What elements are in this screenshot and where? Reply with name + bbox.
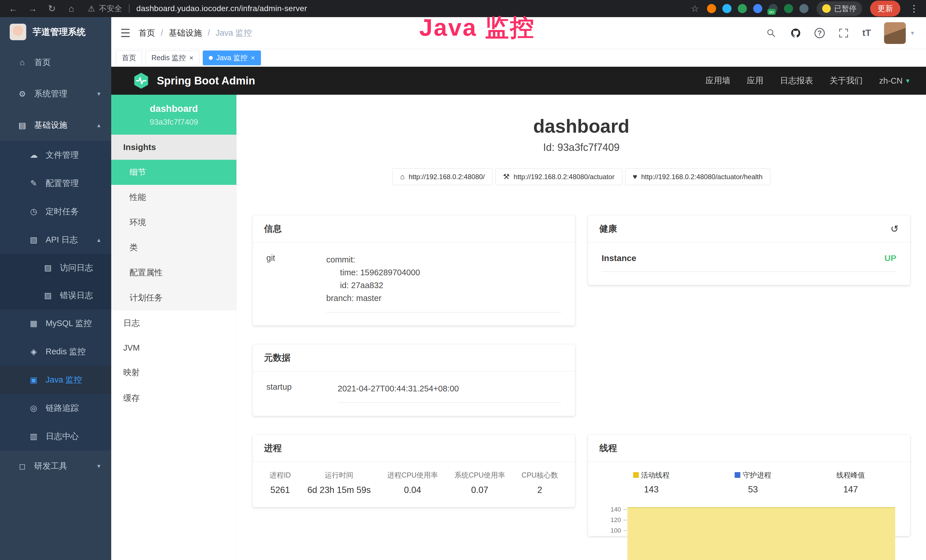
sba-nav-wallboard[interactable]: 应用墙: [705, 75, 730, 86]
sba-language-value: zh-CN: [879, 76, 903, 86]
app-logo-row[interactable]: 芋道管理系统: [0, 17, 111, 47]
cloud-icon: ☁: [29, 150, 39, 160]
active-tab-dot: [209, 56, 213, 60]
breadcrumb-item[interactable]: 首页: [139, 27, 155, 39]
close-icon[interactable]: ×: [189, 54, 194, 62]
sidebar-item-error-logs[interactable]: ▨ 错误日志: [0, 282, 111, 309]
extension-icon[interactable]: [707, 4, 716, 13]
sidebar-item-config-management[interactable]: ✎ 配置管理: [0, 169, 111, 197]
tab-java-monitor[interactable]: Java 监控 ×: [203, 50, 261, 65]
sidebar-item-scheduled-tasks[interactable]: ◷ 定时任务: [0, 197, 111, 226]
sidebar-item-java-monitor[interactable]: ▣ Java 监控: [0, 366, 111, 394]
sba-nav-about[interactable]: 关于我们: [830, 75, 863, 86]
sba-item-caches[interactable]: 缓存: [111, 385, 236, 411]
sidebar-fold-icon[interactable]: ☰: [120, 27, 131, 40]
extension-icon[interactable]: on: [769, 4, 778, 13]
app-logo: [10, 24, 26, 40]
breadcrumb-item[interactable]: 基础设施: [169, 27, 202, 39]
sba-item-scheduled-tasks[interactable]: 计划任务: [111, 285, 236, 310]
sba-item-environment[interactable]: 环境: [111, 210, 236, 235]
sba-item-mappings[interactable]: 映射: [111, 360, 236, 385]
sidebar-item-api-logs[interactable]: ▧ API 日志 ▴: [0, 226, 111, 254]
history-icon[interactable]: ↺: [891, 223, 899, 235]
sba-item-config-props[interactable]: 配置属性: [111, 260, 236, 285]
sidebar-item-access-logs[interactable]: ▨ 访问日志: [0, 254, 111, 282]
help-icon[interactable]: ?: [814, 28, 825, 38]
health-row-instance[interactable]: Instance UP: [602, 253, 897, 272]
sba-nav-journal[interactable]: 日志报表: [780, 75, 813, 86]
profile-paused-chip[interactable]: 已暂停: [817, 2, 862, 16]
page: ← → ↻ ⌂ ⚠ 不安全 dashboard.yudao.iocoder.cn…: [0, 0, 926, 560]
browser-home-icon[interactable]: ⌂: [66, 3, 77, 14]
metric-pid: 进程ID 5261: [269, 471, 291, 495]
chevron-up-icon: ▴: [97, 236, 100, 244]
sba-frame: Spring Boot Admin 应用墙 应用 日志报表 关于我们 zh-CN…: [111, 67, 926, 560]
chrome-update-button[interactable]: 更新: [870, 1, 900, 17]
metric-value: 5261: [269, 485, 291, 495]
sidebar-item-file-management[interactable]: ☁ 文件管理: [0, 141, 111, 169]
sidebar-item-system-management[interactable]: ⚙ 系统管理 ▾: [0, 78, 111, 109]
health-card: 健康 ↺ Instance UP: [588, 215, 910, 285]
sidebar-menu: ⌂ 首页 ⚙ 系统管理 ▾ ▤ 基础设施 ▴ ☁ 文件管理: [0, 47, 111, 482]
sidebar-item-label: 基础设施: [34, 120, 67, 131]
extension-icon[interactable]: [784, 4, 793, 13]
bookmark-star-icon[interactable]: ☆: [691, 3, 699, 14]
threads-card-title: 线程: [588, 435, 910, 462]
fullscreen-icon[interactable]: [838, 27, 849, 39]
back-icon[interactable]: ←: [8, 3, 19, 14]
browser-menu-icon[interactable]: ⋮: [909, 3, 918, 14]
refresh-icon[interactable]: ↻: [46, 3, 57, 14]
sidebar-item-label: 首页: [34, 57, 51, 68]
sidebar-item-link-tracing[interactable]: ◎ 链路追踪: [0, 394, 111, 422]
chart-plot-area: [627, 504, 898, 536]
close-icon[interactable]: ×: [251, 54, 255, 62]
font-size-icon[interactable]: tT: [862, 28, 871, 38]
tab-redis-monitor[interactable]: Redis 监控 ×: [145, 50, 199, 65]
extension-icon[interactable]: [753, 4, 762, 13]
profile-emoji-icon: [822, 4, 831, 13]
sidebar-item-label: Redis 监控: [45, 346, 86, 357]
extension-icon[interactable]: [738, 4, 747, 13]
sba-instance-header[interactable]: dashboard 93a3fc7f7409: [111, 95, 236, 135]
health-url-button[interactable]: ♥ http://192.168.0.2:48080/actuator/heal…: [625, 168, 770, 185]
sidebar-item-log-center[interactable]: ▥ 日志中心: [0, 422, 111, 451]
sba-item-classes[interactable]: 类: [111, 235, 236, 260]
forward-icon[interactable]: →: [27, 3, 38, 14]
actuator-url-button[interactable]: ⚒ http://192.168.0.2:48080/actuator: [495, 168, 622, 185]
metric-value: 2: [522, 485, 558, 495]
avatar[interactable]: [884, 22, 906, 44]
trace-icon: ◎: [29, 403, 39, 413]
metric-value: 6d 23h 15m 59s: [307, 485, 371, 495]
sba-item-details[interactable]: 细节: [111, 160, 236, 185]
instance-id-line: Id: 93a3fc7f7409: [253, 141, 910, 153]
legend-square-blue: [735, 472, 740, 478]
gear-icon: ⚙: [17, 89, 27, 99]
service-url-button[interactable]: ⌂ http://192.168.0.2:48080/: [392, 168, 493, 185]
sba-brand[interactable]: Spring Boot Admin: [133, 72, 255, 89]
sidebar-item-label: 文件管理: [45, 150, 79, 161]
address-bar[interactable]: dashboard.yudao.iocoder.cn/infra/admin-s…: [136, 4, 307, 13]
sba-language-select[interactable]: zh-CN ▾: [879, 76, 909, 86]
metric-label: 进程CPU使用率: [387, 471, 438, 480]
sidebar-item-dev-tools[interactable]: ◻ 研发工具 ▾: [0, 451, 111, 482]
sidebar-item-infrastructure[interactable]: ▤ 基础设施 ▴: [0, 109, 111, 141]
log-center-icon: ▥: [29, 431, 39, 441]
sidebar-item-mysql-monitor[interactable]: ▦ MySQL 监控: [0, 309, 111, 338]
sba-item-logs[interactable]: 日志: [111, 310, 236, 336]
metric-process-cpu: 进程CPU使用率 0.04: [387, 471, 438, 495]
extension-icon[interactable]: [722, 4, 731, 13]
sba-nav-applications[interactable]: 应用: [747, 75, 763, 86]
extension-icon[interactable]: [799, 4, 808, 13]
sidebar-item-home[interactable]: ⌂ 首页: [0, 47, 111, 78]
metadata-row-startup: startup 2021-04-27T00:44:31.254+08:00: [266, 382, 561, 403]
sba-item-performance[interactable]: 性能: [111, 185, 236, 210]
metric-label: 运行时间: [307, 471, 371, 480]
sidebar-item-redis-monitor[interactable]: ◈ Redis 监控: [0, 338, 111, 366]
search-icon[interactable]: [766, 27, 777, 39]
sba-item-jvm[interactable]: JVM: [111, 336, 236, 360]
metric-label: 进程ID: [269, 471, 291, 480]
tab-home[interactable]: 首页: [116, 50, 142, 65]
threads-chart: 140 120 100: [601, 504, 898, 536]
github-icon[interactable]: [790, 27, 801, 39]
site-security[interactable]: ⚠ 不安全 dashboard.yudao.iocoder.cn/infra/a…: [88, 3, 307, 14]
